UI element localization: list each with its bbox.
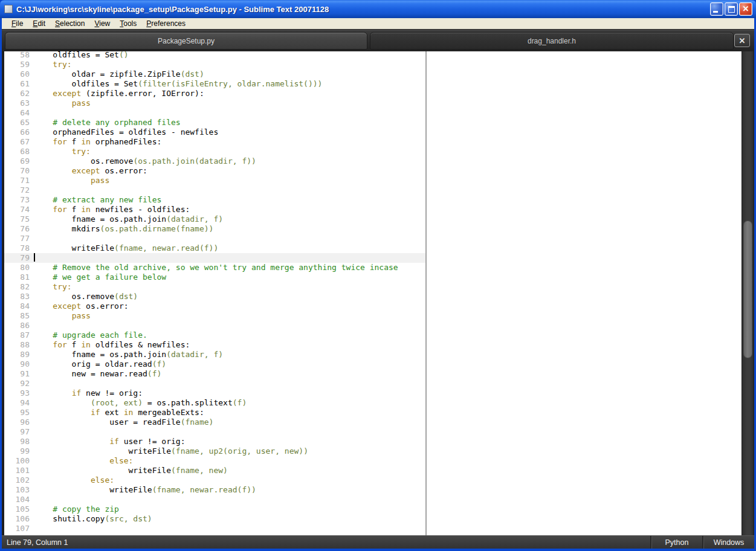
- code-line[interactable]: 74 for f in newfiles - oldfiles:: [4, 205, 425, 214]
- code-line[interactable]: 82 try:: [4, 282, 425, 292]
- code-line[interactable]: 104: [4, 495, 425, 504]
- code-line[interactable]: 72: [4, 185, 425, 195]
- code-line[interactable]: 98 if user != orig:: [4, 437, 425, 446]
- code-line[interactable]: 67 for f in orphanedFiles:: [4, 137, 425, 147]
- code-line[interactable]: 64: [4, 108, 425, 118]
- code-line[interactable]: 60 oldar = zipfile.ZipFile(dst): [4, 69, 425, 79]
- code-text: os.remove(os.path.join(datadir, f)): [30, 156, 256, 166]
- code-text: except os.error:: [30, 166, 147, 176]
- code-line[interactable]: 80 # Remove the old archive, so we won't…: [4, 263, 425, 272]
- code-line[interactable]: 87 # upgrade each file.: [4, 330, 425, 340]
- code-line[interactable]: 77: [4, 234, 425, 243]
- code-line[interactable]: 83 os.remove(dst): [4, 292, 425, 301]
- code-line[interactable]: 65 # delete any orphaned files: [4, 118, 425, 127]
- code-line[interactable]: 93 if new != orig:: [4, 388, 425, 398]
- tab-packagesetup-py[interactable]: PackageSetup.py: [5, 32, 367, 50]
- line-number: 88: [4, 340, 30, 350]
- status-right: Python Windows: [650, 536, 754, 549]
- code-line[interactable]: 105 # copy the zip: [4, 504, 425, 514]
- code-line[interactable]: 61 oldfiles = Set(filter(isFileEntry, ol…: [4, 79, 425, 89]
- code-line[interactable]: 68 try:: [4, 147, 425, 156]
- code-line[interactable]: 86: [4, 321, 425, 330]
- code-text: for f in newfiles - oldfiles:: [30, 205, 190, 214]
- line-number: 69: [4, 156, 30, 166]
- code-line[interactable]: 94 (root, ext) = os.path.splitext(f): [4, 398, 425, 408]
- minimize-button[interactable]: [710, 2, 723, 16]
- title-bar[interactable]: C:\JJ\working\src\skyline\package_setup\…: [0, 0, 756, 18]
- menu-preferences[interactable]: Preferences: [141, 19, 190, 29]
- code-line[interactable]: 88 for f in oldfiles & newfiles:: [4, 340, 425, 350]
- tab-close-button[interactable]: ✕: [734, 34, 750, 47]
- code-text: if ext in mergeableExts:: [30, 408, 204, 417]
- code-line[interactable]: 76 mkdirs(os.path.dirname(fname)): [4, 224, 425, 234]
- line-number: 67: [4, 137, 30, 147]
- line-number: 97: [4, 427, 30, 437]
- code-line[interactable]: 97: [4, 427, 425, 437]
- code-text: writeFile(fname, new): [30, 466, 228, 475]
- syntax-selector[interactable]: Python: [650, 536, 702, 549]
- editor-pane-left[interactable]: 58 oldfiles = Set()59 try:60 oldar = zip…: [4, 51, 427, 535]
- code-line[interactable]: 91 new = newar.read(f): [4, 369, 425, 379]
- code-line[interactable]: 103 writeFile(fname, newar.read(f)): [4, 485, 425, 495]
- close-button[interactable]: ✕: [739, 2, 752, 16]
- line-number: 94: [4, 398, 30, 408]
- code-line[interactable]: 89 fname = os.path.join(datadir, f): [4, 350, 425, 359]
- tab-label: PackageSetup.py: [158, 37, 215, 45]
- menu-edit[interactable]: Edit: [28, 19, 50, 29]
- code-line[interactable]: 85 pass: [4, 311, 425, 321]
- line-number: 98: [4, 437, 30, 446]
- code-lines: 58 oldfiles = Set()59 try:60 oldar = zip…: [4, 51, 425, 533]
- line-number: 75: [4, 214, 30, 224]
- code-line[interactable]: 71 pass: [4, 176, 425, 185]
- code-text: try:: [30, 60, 72, 69]
- editor-area: 58 oldfiles = Set()59 try:60 oldar = zip…: [2, 51, 754, 535]
- code-line[interactable]: 84 except os.error:: [4, 301, 425, 311]
- code-line[interactable]: 99 writeFile(fname, up2(orig, user, new)…: [4, 446, 425, 456]
- code-line[interactable]: 79: [4, 253, 425, 263]
- code-line[interactable]: 75 fname = os.path.join(datadir, f): [4, 214, 425, 224]
- menu-file[interactable]: File: [7, 19, 28, 29]
- code-line[interactable]: 107: [4, 524, 425, 533]
- code-line[interactable]: 96 user = readFile(fname): [4, 417, 425, 427]
- code-line[interactable]: 92: [4, 379, 425, 388]
- code-line[interactable]: 95 if ext in mergeableExts:: [4, 408, 425, 417]
- code-line[interactable]: 73 # extract any new files: [4, 195, 425, 205]
- code-line[interactable]: 81 # we get a failure below: [4, 272, 425, 282]
- code-line[interactable]: 78 writeFile(fname, newar.read(f)): [4, 243, 425, 253]
- code-line[interactable]: 106 shutil.copy(src, dst): [4, 514, 425, 524]
- code-line[interactable]: 59 try:: [4, 60, 425, 69]
- code-text: pass: [30, 176, 109, 185]
- code-text: # we get a failure below: [30, 272, 166, 282]
- line-number: 87: [4, 330, 30, 340]
- code-line[interactable]: 101 writeFile(fname, new): [4, 466, 425, 475]
- maximize-button[interactable]: [725, 2, 738, 16]
- app-icon: [4, 5, 13, 13]
- code-text: else:: [30, 475, 114, 485]
- line-number: 65: [4, 118, 30, 127]
- code-text: writeFile(fname, up2(orig, user, new)): [30, 446, 308, 456]
- caption-buttons: ✕: [710, 2, 752, 16]
- scrollbar-thumb[interactable]: [743, 221, 752, 358]
- line-endings-selector[interactable]: Windows: [702, 536, 754, 549]
- line-number: 86: [4, 321, 30, 330]
- menu-tools[interactable]: Tools: [115, 19, 141, 29]
- code-line[interactable]: 62 except (zipfile.error, IOError):: [4, 89, 425, 98]
- code-line[interactable]: 63 pass: [4, 98, 425, 108]
- code-text: [30, 524, 34, 533]
- code-line[interactable]: 69 os.remove(os.path.join(datadir, f)): [4, 156, 425, 166]
- vertical-scrollbar[interactable]: [741, 51, 754, 535]
- line-number: 103: [4, 485, 30, 495]
- code-line[interactable]: 70 except os.error:: [4, 166, 425, 176]
- code-line[interactable]: 58 oldfiles = Set(): [4, 51, 425, 60]
- code-line[interactable]: 90 orig = oldar.read(f): [4, 359, 425, 369]
- menu-view[interactable]: View: [89, 19, 115, 29]
- menu-selection[interactable]: Selection: [50, 19, 89, 29]
- tab-drag-handler-h[interactable]: drag_handler.h: [370, 32, 734, 50]
- editor-pane-right[interactable]: [427, 51, 741, 535]
- code-line[interactable]: 100 else:: [4, 456, 425, 466]
- code-text: [30, 379, 34, 388]
- line-number: 90: [4, 359, 30, 369]
- code-line[interactable]: 66 orphanedFiles = oldfiles - newfiles: [4, 127, 425, 137]
- code-line[interactable]: 102 else:: [4, 475, 425, 485]
- line-number: 81: [4, 272, 30, 282]
